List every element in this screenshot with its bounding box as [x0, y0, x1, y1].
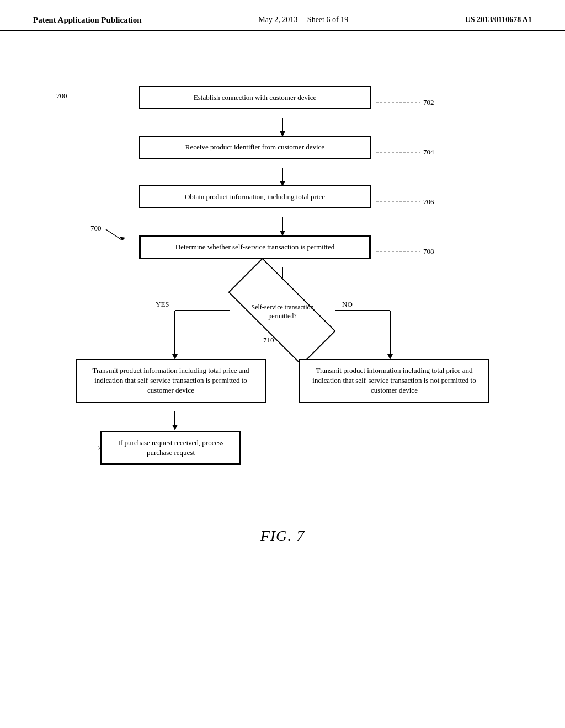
node-716: Transmit product information including t… — [299, 359, 489, 403]
node-714: If purchase request received, process pu… — [100, 431, 241, 465]
flowchart: 700 — [67, 86, 498, 505]
box-714: If purchase request received, process pu… — [100, 431, 241, 465]
box-708: Determine whether self-service transacti… — [139, 235, 371, 259]
header-sheet: Sheet 6 of 19 — [307, 15, 348, 24]
node-712: Transmit product information including t… — [76, 359, 266, 403]
box-704: Receive product identifier from customer… — [139, 136, 371, 159]
node-706: Obtain product information, including to… — [139, 185, 371, 208]
box-706: Obtain product information, including to… — [139, 185, 371, 208]
header-date-sheet: May 2, 2013 Sheet 6 of 19 — [258, 15, 348, 24]
node-710: Self-service transaction permitted? — [227, 285, 338, 340]
main-content: 700 — [0, 31, 565, 567]
header-date: May 2, 2013 — [258, 15, 297, 24]
header-publication-label: Patent Application Publication — [33, 15, 142, 25]
label-700: 700 — [56, 92, 67, 100]
header-patent-number: US 2013/0110678 A1 — [465, 15, 532, 24]
node-708: Determine whether self-service transacti… — [139, 235, 371, 259]
box-712: Transmit product information including t… — [76, 359, 266, 403]
node-702: Establish connection with customer devic… — [139, 86, 371, 109]
figure-caption: FIG. 7 — [33, 527, 532, 545]
patent-header: Patent Application Publication May 2, 20… — [0, 0, 565, 31]
box-702: Establish connection with customer devic… — [139, 86, 371, 109]
node-704: Receive product identifier from customer… — [139, 136, 371, 159]
box-716: Transmit product information including t… — [299, 359, 489, 403]
